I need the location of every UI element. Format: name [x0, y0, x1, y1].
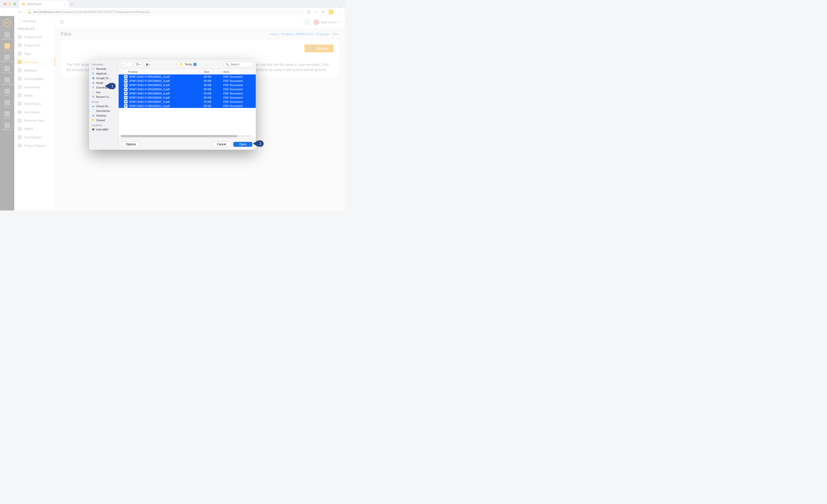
- callout-number: 2: [257, 141, 263, 147]
- fd-sidebar-item[interactable]: 🖥Desktop: [89, 113, 118, 118]
- horizontal-scrollbar[interactable]: [120, 135, 253, 137]
- file-icon: [124, 83, 128, 87]
- fd-sidebar-item[interactable]: 💻KSA-MBP: [89, 127, 118, 132]
- file-row[interactable]: SPMT-ENG-P-DRG00002_0.pdf39 KBPDF Docume…: [118, 79, 256, 83]
- fd-sidebar-label: Desktop: [96, 114, 106, 117]
- fd-section-header: iCloud: [89, 99, 118, 104]
- folder-selector[interactable]: 📁 Temp ⇅: [177, 62, 198, 67]
- fd-sidebar-icon: 📄: [92, 109, 95, 112]
- file-kind: PDF Document: [221, 88, 256, 91]
- file-kind: PDF Document: [221, 105, 256, 107]
- file-kind: PDF Document: [221, 83, 256, 87]
- file-kind: PDF Document: [221, 79, 256, 82]
- file-icon: [124, 88, 128, 91]
- callout-number: 1: [109, 83, 116, 89]
- search-field[interactable]: 🔍: [224, 62, 253, 67]
- callout-2: 2: [253, 140, 263, 147]
- file-name: SPMT-ENG-P-DRG00001_0.pdf: [129, 75, 202, 78]
- folder-dropdown-icon: ⇅: [193, 63, 196, 66]
- file-icon: [124, 79, 128, 82]
- fd-section-header: Favourites: [89, 62, 118, 66]
- file-kind: PDF Document: [221, 100, 256, 103]
- fd-sidebar-item[interactable]: 📁Shared: [89, 118, 118, 122]
- fd-sidebar-label: iCloud Dri…: [96, 105, 111, 108]
- file-name: SPMT-ENG-P-DRG00002_0.pdf: [129, 79, 202, 82]
- fd-sidebar-label: Applicati…: [96, 72, 109, 75]
- sort-caret-icon: ˄: [198, 70, 200, 73]
- fd-sidebar-item[interactable]: 📄Documents: [89, 108, 118, 113]
- fd-sidebar-icon: ⌂: [92, 91, 95, 94]
- open-button[interactable]: Open: [233, 142, 252, 147]
- file-list: SPMT-ENG-P-DRG00001_0.pdf39 KBPDF Docume…: [118, 74, 256, 134]
- file-dialog-toolbar: ‹ › ☰ ▾ ▦ ▾ 📁 Temp ⇅ 🔍: [118, 60, 256, 69]
- file-dialog-main: ‹ › ☰ ▾ ▦ ▾ 📁 Temp ⇅ 🔍 Preview ˄ Size: [118, 60, 256, 150]
- fd-sidebar-icon: 💻: [92, 128, 95, 131]
- file-size: 39 KB: [202, 105, 221, 107]
- callout-1: 1: [105, 82, 116, 90]
- fd-sidebar-item[interactable]: ⚙Recent Fo…: [89, 95, 118, 99]
- file-dialog-footer: Options Cancel Open: [118, 138, 256, 150]
- column-name[interactable]: Preview ˄: [118, 70, 202, 73]
- nav-segment: ‹ ›: [121, 62, 133, 67]
- fd-sidebar-icon: ⬇: [92, 86, 95, 89]
- fd-sidebar-icon: Ⓐ: [92, 72, 95, 75]
- fd-sidebar-label: Shared: [96, 119, 105, 122]
- options-button[interactable]: Options: [122, 142, 140, 147]
- back-nav-button[interactable]: ‹: [121, 62, 127, 67]
- list-view-button[interactable]: ☰ ▾: [134, 62, 143, 67]
- file-size: 39 KB: [202, 92, 221, 95]
- grid-view-button[interactable]: ▦ ▾: [144, 62, 152, 67]
- file-size: 39 KB: [202, 96, 221, 99]
- file-icon: [124, 96, 128, 99]
- file-row[interactable]: SPMT-ENG-P-DRG00005_0.pdf39 KBPDF Docume…: [118, 91, 256, 95]
- fd-sidebar-item[interactable]: ▣Google Dr…: [89, 76, 118, 80]
- fd-sidebar-label: Documents: [96, 109, 110, 112]
- file-open-dialog: Favourites🕘RecentsⒶApplicati…▣Google Dr……: [89, 60, 256, 150]
- file-icon: [124, 92, 128, 95]
- fd-section-header: Locations: [89, 122, 118, 127]
- file-kind: PDF Document: [221, 96, 256, 99]
- fd-sidebar-icon: ▣: [92, 76, 95, 80]
- file-row[interactable]: SPMT-ENG-P-DRG00311_0.pdf39 KBPDF Docume…: [118, 104, 256, 108]
- column-size[interactable]: Size: [202, 70, 221, 73]
- fd-sidebar-item[interactable]: ☁iCloud Dri…: [89, 104, 118, 108]
- file-name: SPMT-ENG-P-DRG00007_0.pdf: [129, 100, 202, 103]
- file-name: SPMT-ENG-P-DRG00003_0.pdf: [129, 83, 202, 87]
- file-icon: [124, 75, 128, 78]
- file-size: 39 KB: [202, 75, 221, 78]
- file-row[interactable]: SPMT-ENG-P-DRG00001_0.pdf39 KBPDF Docume…: [118, 74, 256, 79]
- file-size: 39 KB: [202, 88, 221, 91]
- folder-icon: 📁: [180, 63, 183, 66]
- search-input[interactable]: [230, 63, 252, 66]
- folder-name: Temp: [185, 63, 192, 66]
- fd-sidebar-icon: 🕘: [92, 67, 95, 70]
- file-icon: [124, 104, 128, 108]
- fd-sidebar-item[interactable]: ⒶApplicati…: [89, 71, 118, 76]
- file-dialog-sidebar: Favourites🕘RecentsⒶApplicati…▣Google Dr……: [89, 60, 118, 150]
- search-icon: 🔍: [226, 63, 229, 66]
- fd-sidebar-item[interactable]: 🕘Recents: [89, 66, 118, 71]
- fd-sidebar-label: Deskt…: [96, 81, 106, 84]
- fd-sidebar-label: ksa: [96, 91, 100, 94]
- view-controls: ☰ ▾ ▦ ▾: [134, 62, 152, 67]
- fd-sidebar-label: Google Dr…: [96, 77, 111, 80]
- file-row[interactable]: SPMT-ENG-P-DRG00006_0.pdf39 KBPDF Docume…: [118, 95, 256, 100]
- fd-sidebar-icon: ☁: [92, 105, 95, 108]
- forward-nav-button: ›: [127, 62, 132, 67]
- fd-sidebar-icon: 🖥: [92, 81, 95, 84]
- file-row[interactable]: SPMT-ENG-P-DRG00007_0.pdf39 KBPDF Docume…: [118, 100, 256, 104]
- column-kind[interactable]: Kind: [221, 70, 256, 73]
- fd-sidebar-icon: ⚙: [92, 95, 95, 98]
- file-kind: PDF Document: [221, 75, 256, 78]
- fd-sidebar-icon: 📁: [92, 118, 95, 122]
- file-row[interactable]: SPMT-ENG-P-DRG00003_0.pdf39 KBPDF Docume…: [118, 83, 256, 87]
- file-size: 39 KB: [202, 83, 221, 87]
- fd-sidebar-label: Recent Fo…: [96, 95, 111, 98]
- file-name: SPMT-ENG-P-DRG00006_0.pdf: [129, 96, 202, 99]
- file-list-header: Preview ˄ Size Kind: [118, 69, 256, 74]
- file-name: SPMT-ENG-P-DRG00005_0.pdf: [129, 92, 202, 95]
- cancel-button[interactable]: Cancel: [212, 142, 231, 147]
- fd-sidebar-item[interactable]: ⌂ksa: [89, 90, 118, 95]
- file-row[interactable]: SPMT-ENG-P-DRG00004_0.pdf39 KBPDF Docume…: [118, 87, 256, 91]
- file-icon: [124, 100, 128, 104]
